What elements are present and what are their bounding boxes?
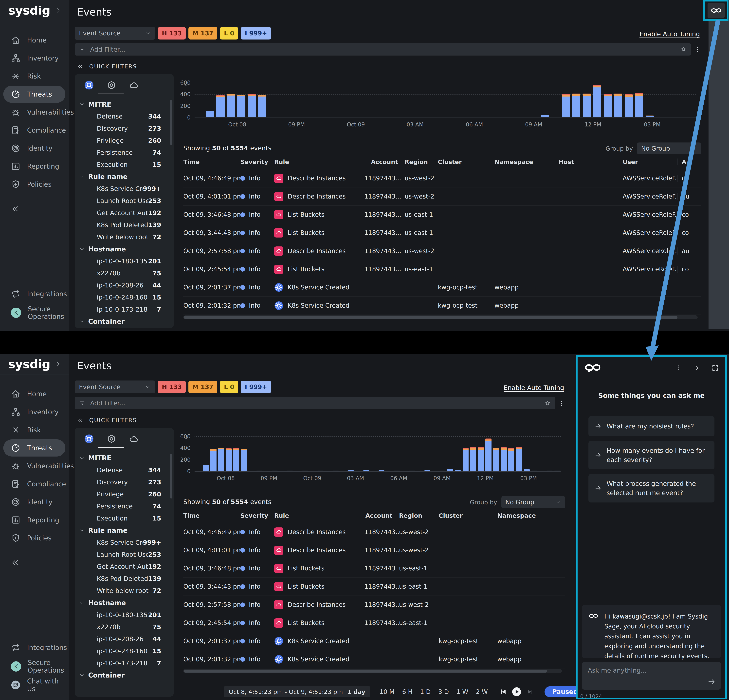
sidebar-item-secure-operations[interactable]: K Secure Operations bbox=[0, 658, 69, 675]
severity-badge[interactable]: H 133 bbox=[158, 27, 186, 39]
sidebar-item-integrations[interactable]: Integrations bbox=[0, 285, 69, 303]
chart-bar[interactable] bbox=[241, 449, 247, 471]
filter-item[interactable]: Discovery273 bbox=[75, 476, 170, 488]
filter-item[interactable]: ip-10-0-208-2644 bbox=[75, 633, 170, 645]
chart-bar[interactable] bbox=[508, 448, 514, 471]
sidebar-collapse-icon[interactable] bbox=[11, 205, 19, 213]
column-header-account[interactable]: Account bbox=[364, 512, 399, 519]
favorite-star-icon[interactable] bbox=[680, 46, 687, 53]
filter-scrollbar[interactable] bbox=[170, 100, 173, 145]
sidebar-item-inventory[interactable]: Inventory bbox=[3, 403, 65, 421]
preset-1w[interactable]: 1 W bbox=[456, 688, 468, 696]
filter-menu-kebab-icon[interactable] bbox=[694, 46, 701, 53]
chart-bar[interactable] bbox=[455, 470, 461, 471]
chart-bar[interactable] bbox=[248, 95, 256, 117]
time-range-display[interactable]: Oct 8, 4:51:23 pm - Oct 9, 4:51:23 pm 1 … bbox=[224, 686, 370, 697]
severity-badge[interactable]: I 999+ bbox=[241, 27, 271, 39]
sage-collapse-icon[interactable] bbox=[693, 364, 701, 371]
filter-section-container[interactable]: Container bbox=[75, 669, 170, 681]
chart-bar[interactable] bbox=[287, 471, 293, 471]
play-icon[interactable] bbox=[512, 687, 521, 697]
column-header-time[interactable]: Time bbox=[183, 159, 240, 165]
chart-bar[interactable] bbox=[687, 117, 696, 117]
sage-expand-icon[interactable] bbox=[712, 364, 719, 371]
filter-item[interactable]: ip-10-0-248-16015 bbox=[75, 291, 170, 303]
table-horizontal-scrollbar[interactable] bbox=[183, 669, 562, 673]
table-row[interactable]: Oct 09, 4:01:01 pmInfoDescribe Instances… bbox=[183, 541, 565, 559]
table-row[interactable]: Oct 09, 3:44:43 pmInfoList Buckets118974… bbox=[183, 578, 565, 596]
sidebar-item-home[interactable]: Home bbox=[3, 385, 65, 403]
chart-bar[interactable] bbox=[272, 471, 277, 471]
sidebar-item-threats[interactable]: Threats bbox=[3, 440, 65, 457]
skip-forward-icon[interactable] bbox=[526, 688, 534, 696]
sidebar-item-risk[interactable]: Risk bbox=[3, 68, 65, 85]
chart-bar[interactable] bbox=[256, 471, 262, 471]
cloud-tab-icon[interactable] bbox=[129, 434, 139, 444]
chart-bar[interactable] bbox=[227, 94, 235, 117]
group-by-select[interactable]: No Group bbox=[637, 143, 701, 154]
chart-bar[interactable] bbox=[541, 115, 549, 117]
user-email-link[interactable]: kawasugi@scsk.jp bbox=[613, 613, 668, 620]
sage-suggestion-card[interactable]: What process generated the selected runt… bbox=[588, 474, 714, 502]
preset-3d[interactable]: 3 D bbox=[438, 688, 449, 696]
cloud-tab-icon[interactable] bbox=[129, 80, 139, 90]
chart-bar[interactable] bbox=[470, 447, 476, 471]
sidebar-item-integrations[interactable]: Integrations bbox=[0, 639, 69, 656]
filter-item[interactable]: Discovery273 bbox=[75, 122, 170, 134]
sidebar-item-home[interactable]: Home bbox=[3, 32, 65, 49]
sidebar-expand-icon[interactable] bbox=[55, 361, 61, 368]
filter-item[interactable]: Execution15 bbox=[75, 159, 170, 170]
table-horizontal-scrollbar[interactable] bbox=[183, 315, 698, 319]
chart-bar[interactable] bbox=[379, 470, 385, 471]
chart-bar[interactable] bbox=[646, 115, 654, 117]
filter-item[interactable]: Get Account Authoriz...192 bbox=[75, 560, 170, 573]
sidebar-item-reporting[interactable]: Reporting bbox=[3, 511, 65, 528]
chart-bar[interactable] bbox=[656, 117, 664, 117]
sidebar-collapse-icon[interactable] bbox=[11, 558, 19, 567]
chart-plot[interactable] bbox=[195, 83, 697, 118]
filter-section-mitre[interactable]: MITRE bbox=[75, 452, 170, 464]
table-row[interactable]: Oct 09, 2:01:37 pmInfoK8s Service Create… bbox=[183, 632, 565, 650]
column-header-rule[interactable]: Rule bbox=[274, 512, 364, 519]
filter-item[interactable]: Write below root72 bbox=[75, 585, 170, 597]
sidebar-item-reporting[interactable]: Reporting bbox=[3, 158, 65, 175]
filter-item[interactable]: Launch Root User Co...253 bbox=[75, 195, 170, 207]
chart-bar[interactable] bbox=[321, 117, 329, 117]
column-header-extra[interactable]: A bbox=[677, 159, 700, 165]
chart-bar[interactable] bbox=[342, 117, 350, 117]
workload-tab-icon[interactable] bbox=[107, 434, 116, 444]
chart-bar[interactable] bbox=[206, 111, 214, 117]
filter-item[interactable]: Privilege260 bbox=[75, 488, 170, 500]
right-drawer-strip[interactable] bbox=[709, 21, 729, 329]
chart-bar[interactable] bbox=[300, 117, 308, 117]
severity-badge[interactable]: I 999+ bbox=[241, 381, 271, 393]
filter-section-rule-name[interactable]: Rule name bbox=[75, 170, 170, 183]
send-icon[interactable] bbox=[707, 677, 716, 686]
filter-item[interactable]: Launch Root User Co...253 bbox=[75, 549, 170, 560]
group-by-select[interactable]: No Group bbox=[501, 496, 565, 508]
table-row[interactable]: Oct 09, 2:45:54 pmInfoList Buckets118974… bbox=[183, 260, 701, 278]
severity-badge[interactable]: L 0 bbox=[220, 27, 238, 39]
preset-1d[interactable]: 1 D bbox=[420, 688, 431, 696]
table-row[interactable]: Oct 09, 2:57:58 pmInfoDescribe Instances… bbox=[183, 596, 565, 614]
filter-item[interactable]: Persistence74 bbox=[75, 500, 170, 512]
sidebar-item-identity[interactable]: Identity bbox=[3, 493, 65, 511]
table-row[interactable]: Oct 09, 2:01:37 pmInfoK8s Service Create… bbox=[183, 278, 701, 297]
add-filter-input[interactable]: Add Filter... bbox=[75, 43, 691, 55]
filter-item[interactable]: Privilege260 bbox=[75, 134, 170, 147]
table-row[interactable]: Oct 09, 4:01:01 pmInfoDescribe Instances… bbox=[183, 188, 701, 206]
column-header-region[interactable]: Region bbox=[399, 512, 439, 519]
filter-menu-kebab-icon[interactable] bbox=[558, 400, 565, 407]
kubernetes-tab-icon[interactable] bbox=[84, 80, 94, 90]
column-header-severity[interactable]: Severity bbox=[240, 512, 274, 519]
sidebar-item-compliance[interactable]: Compliance bbox=[3, 122, 65, 139]
filter-section-container[interactable]: Container bbox=[75, 315, 170, 327]
chart-bar[interactable] bbox=[614, 93, 622, 117]
filter-item[interactable]: ip-10-0-180-135201 bbox=[75, 255, 170, 267]
sidebar-item-inventory[interactable]: Inventory bbox=[3, 49, 65, 67]
severity-badge[interactable]: L 0 bbox=[220, 381, 238, 393]
chart-bar[interactable] bbox=[463, 448, 469, 471]
chart-bar[interactable] bbox=[405, 117, 413, 117]
sidebar-expand-icon[interactable] bbox=[55, 7, 61, 14]
sidebar-item-identity[interactable]: Identity bbox=[3, 140, 65, 157]
